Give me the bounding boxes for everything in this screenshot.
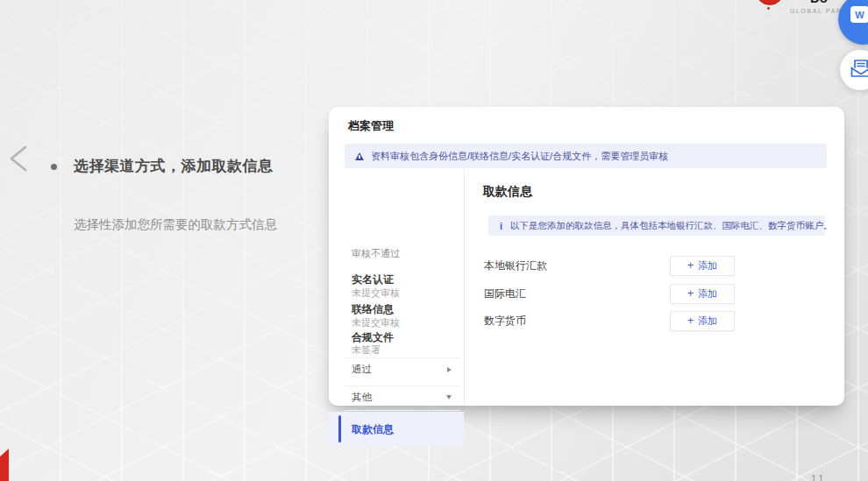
add-local-bank-button[interactable]: + 添加: [670, 256, 735, 276]
sidebar-group-other-label: 其他: [352, 391, 372, 404]
slide: 选择渠道方式，添加取款信息 选择性添加您所需要的取款方式信息 档案管理 资料审核…: [0, 0, 868, 481]
back-chevron-icon[interactable]: [7, 145, 30, 176]
slide-title: 选择渠道方式，添加取款信息: [74, 156, 274, 176]
page-title: 档案管理: [348, 118, 394, 134]
withdrawal-row-label: 国际电汇: [484, 286, 526, 301]
sidebar-item-real-name[interactable]: 实名认证: [352, 272, 394, 287]
chat-widget-button[interactable]: W: [838, 0, 868, 45]
withdrawal-row-crypto: 数字货币 + 添加: [484, 310, 735, 331]
add-crypto-button[interactable]: + 添加: [670, 311, 735, 331]
page-number: 11: [811, 473, 826, 481]
info-icon: i: [500, 221, 502, 231]
chevron-right-icon: [447, 367, 452, 372]
withdrawal-row-label: 数字货币: [484, 314, 526, 329]
chat-w-icon: W: [850, 6, 868, 23]
sidebar-item-real-name-status: 未提交审核: [352, 286, 400, 300]
withdrawal-row-label: 本地银行汇款: [484, 258, 547, 273]
plus-icon: +: [687, 315, 694, 326]
sidebar-item-compliance-docs-status: 未签署: [352, 343, 381, 357]
sidebar-divider: [345, 386, 460, 386]
sidebar-group-passed[interactable]: 通过: [352, 363, 452, 376]
add-button-label: 添加: [698, 287, 717, 301]
plus-icon: +: [687, 260, 694, 271]
active-indicator-bar: [338, 415, 341, 442]
sidebar-item-contact-info[interactable]: 联络信息: [352, 302, 394, 317]
warning-triangle-icon: [355, 152, 364, 160]
add-button-label: 添加: [698, 259, 717, 272]
review-alert-banner: 资料审核包含身份信息/联络信息/实名认证/合规文件，需要管理员审核: [345, 144, 827, 168]
contact-mail-button[interactable]: [840, 50, 868, 90]
sidebar: 审核不通过 实名认证 未提交审核 联络信息 未提交审核 合规文件 未签署 通过 …: [329, 170, 465, 406]
sidebar-divider: [345, 357, 460, 358]
award-seal-logo: [756, 0, 784, 5]
info-banner: i 以下是您添加的取款信息，具体包括本地银行汇款、国际电汇、数字货币账户。: [488, 216, 825, 236]
add-button-label: 添加: [698, 315, 717, 328]
sidebar-group-other[interactable]: 其他: [352, 391, 452, 404]
info-banner-text: 以下是您添加的取款信息，具体包括本地银行汇款、国际电汇、数字货币账户。: [510, 220, 833, 232]
plus-icon: +: [687, 288, 694, 299]
open-envelope-icon: [849, 57, 868, 83]
app-screenshot-card: 档案管理 资料审核包含身份信息/联络信息/实名认证/合规文件，需要管理员审核 审…: [329, 107, 844, 406]
withdrawal-row-intl-wire: 国际电汇 + 添加: [484, 283, 735, 304]
content-heading: 取款信息: [483, 184, 532, 200]
withdrawal-row-local-bank: 本地银行汇款 + 添加: [484, 255, 735, 276]
sidebar-item-withdrawal-info-label: 取款信息: [352, 422, 394, 437]
caret-down-icon: [446, 395, 452, 400]
sidebar-item-contact-info-status: 未提交审核: [352, 316, 400, 329]
sidebar-divider: [345, 410, 460, 411]
review-alert-text: 资料审核包含身份信息/联络信息/实名认证/合规文件，需要管理员审核: [371, 150, 668, 163]
sidebar-group-review-failed: 审核不通过: [352, 247, 400, 260]
brand-wordmark-partial: Do: [810, 0, 833, 5]
sidebar-group-passed-label: 通过: [352, 363, 372, 376]
bullet-icon: [51, 164, 57, 170]
red-corner-accent: [0, 449, 9, 481]
slide-subtitle: 选择性添加您所需要的取款方式信息: [74, 216, 277, 233]
seal-dot: [767, 7, 770, 10]
add-intl-wire-button[interactable]: + 添加: [670, 284, 735, 304]
sidebar-item-withdrawal-info-active[interactable]: 取款信息: [329, 412, 464, 446]
